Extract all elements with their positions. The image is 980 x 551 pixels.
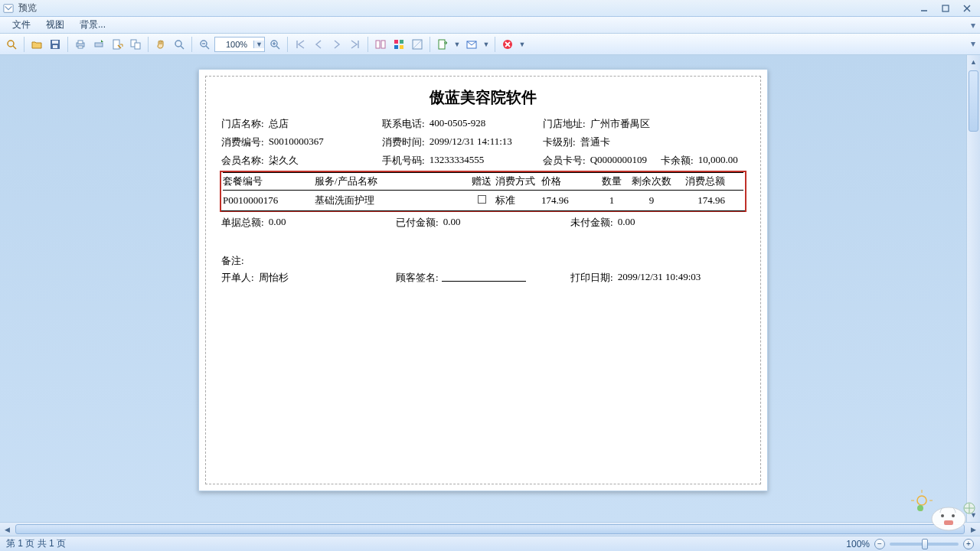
scroll-down-icon[interactable]: ▼ — [967, 508, 980, 522]
zoom-out-button[interactable]: − — [874, 539, 885, 549]
td-remain: 9 — [629, 194, 675, 207]
table-bottom-rule — [221, 210, 745, 211]
color-icon[interactable] — [390, 36, 407, 53]
last-page-icon[interactable] — [347, 36, 364, 53]
horizontal-scrollbar[interactable]: ◀ ▶ — [0, 522, 980, 536]
menu-file[interactable]: 文件 — [5, 17, 38, 33]
zoom-in-button[interactable]: + — [963, 539, 974, 549]
th-qty: 数量 — [595, 174, 629, 188]
th-package-no: 套餐编号 — [223, 174, 315, 188]
save-icon[interactable] — [47, 36, 64, 53]
scroll-left-icon[interactable]: ◀ — [0, 523, 14, 536]
open-icon[interactable] — [28, 36, 45, 53]
order-no-label: 消费编号: — [221, 135, 264, 149]
time: 2099/12/31 14:11:13 — [430, 135, 512, 149]
print-icon[interactable] — [72, 36, 89, 53]
zoom-slider[interactable] — [890, 543, 959, 546]
member: 柒久久 — [269, 154, 299, 168]
print-label: 打印日期: — [570, 271, 613, 285]
sign-label: 顾客签名: — [396, 271, 439, 285]
svg-rect-26 — [376, 41, 380, 48]
title-bar: 预览 — [0, 0, 980, 17]
search-icon[interactable] — [3, 36, 20, 53]
window-title: 预览 — [18, 2, 913, 15]
minimize-button[interactable] — [914, 2, 934, 15]
email-icon[interactable] — [463, 36, 480, 53]
td-package-no: P0010000176 — [223, 194, 315, 207]
sign-line — [442, 271, 526, 282]
scroll-track[interactable] — [967, 69, 980, 508]
menu-view[interactable]: 视图 — [38, 17, 72, 33]
svg-rect-14 — [113, 40, 119, 49]
hand-tool-icon[interactable] — [152, 36, 169, 53]
hscroll-track[interactable] — [14, 523, 966, 536]
magnifier-icon[interactable] — [171, 36, 188, 53]
svg-rect-31 — [400, 45, 403, 49]
scroll-thumb[interactable] — [969, 70, 978, 132]
svg-rect-8 — [52, 41, 58, 44]
td-qty: 1 — [595, 194, 629, 207]
paid-label: 已付金额: — [396, 216, 439, 230]
svg-rect-29 — [400, 40, 403, 44]
email-dropdown-icon[interactable]: ▼ — [482, 41, 491, 48]
balance-label: 卡余额: — [661, 154, 694, 168]
svg-rect-12 — [78, 46, 83, 48]
maximize-button[interactable] — [936, 2, 956, 15]
th-remain: 剩余次数 — [629, 174, 675, 188]
separator — [67, 37, 68, 52]
balance: 10,000.00 — [698, 154, 738, 168]
menu-overflow-icon[interactable]: ▾ — [971, 20, 975, 31]
export-icon[interactable] — [434, 36, 451, 53]
preview-canvas[interactable]: 傲蓝美容院软件 门店名称:总店 联系电话:400-0505-928 门店地址:广… — [0, 55, 966, 522]
svg-line-18 — [181, 46, 184, 49]
page-inner: 傲蓝美容院软件 门店名称:总店 联系电话:400-0505-928 门店地址:广… — [205, 76, 761, 484]
th-price: 价格 — [541, 174, 595, 188]
mobile-label: 手机号码: — [382, 154, 425, 168]
zoom-slider-knob[interactable] — [922, 539, 928, 549]
status-zoom: 100% − + — [846, 539, 974, 549]
card-no: Q0000000109 — [590, 154, 647, 168]
toolbar-overflow-icon[interactable]: ▾ — [971, 38, 975, 49]
first-page-icon[interactable] — [292, 36, 309, 53]
zoom-out-icon[interactable] — [196, 36, 213, 53]
watermark-icon[interactable] — [409, 36, 426, 53]
svg-rect-28 — [394, 40, 398, 44]
addr: 广州市番禺区 — [590, 117, 650, 131]
bill-total: 0.00 — [269, 216, 286, 230]
zoom-value: 100% — [220, 39, 253, 50]
zoom-in-icon[interactable] — [266, 36, 283, 53]
zoom-dropdown-icon[interactable]: ▼ — [253, 41, 264, 48]
th-total: 消费总额 — [675, 174, 728, 188]
bill-total-label: 单据总额: — [221, 216, 264, 230]
svg-line-21 — [206, 46, 209, 49]
export-dropdown-icon[interactable]: ▼ — [452, 41, 462, 48]
close-dropdown-icon[interactable]: ▼ — [518, 41, 527, 48]
svg-line-25 — [276, 46, 279, 49]
card-level-label: 卡级别: — [543, 135, 576, 149]
td-name: 基础洗面护理 — [315, 194, 468, 207]
separator — [430, 37, 430, 52]
scroll-up-icon[interactable]: ▲ — [967, 55, 980, 69]
menu-background[interactable]: 背景... — [72, 17, 113, 33]
svg-line-6 — [13, 46, 16, 49]
th-gift: 赠送 — [468, 174, 495, 188]
hscroll-thumb[interactable] — [15, 524, 965, 534]
scale-icon[interactable] — [127, 36, 144, 53]
prev-page-icon[interactable] — [310, 36, 327, 53]
separator — [148, 37, 149, 52]
work-area: 傲蓝美容院软件 门店名称:总店 联系电话:400-0505-928 门店地址:广… — [0, 55, 980, 522]
vertical-scrollbar[interactable]: ▲ ▼ — [966, 55, 980, 522]
td-method: 标准 — [495, 194, 541, 207]
paid: 0.00 — [443, 216, 461, 230]
next-page-icon[interactable] — [328, 36, 345, 53]
scroll-right-icon[interactable]: ▶ — [966, 523, 980, 536]
multipage-icon[interactable] — [372, 36, 389, 53]
addr-label: 门店地址: — [543, 117, 586, 131]
quick-print-icon[interactable] — [90, 36, 107, 53]
svg-rect-13 — [95, 43, 103, 47]
zoom-combo[interactable]: 100% ▼ — [214, 37, 265, 52]
page-setup-icon[interactable] — [109, 36, 126, 53]
close-button[interactable] — [957, 2, 977, 15]
close-preview-icon[interactable] — [499, 36, 516, 53]
toolbar: 100% ▼ ▼ ▼ ▼ ▾ — [0, 34, 980, 55]
